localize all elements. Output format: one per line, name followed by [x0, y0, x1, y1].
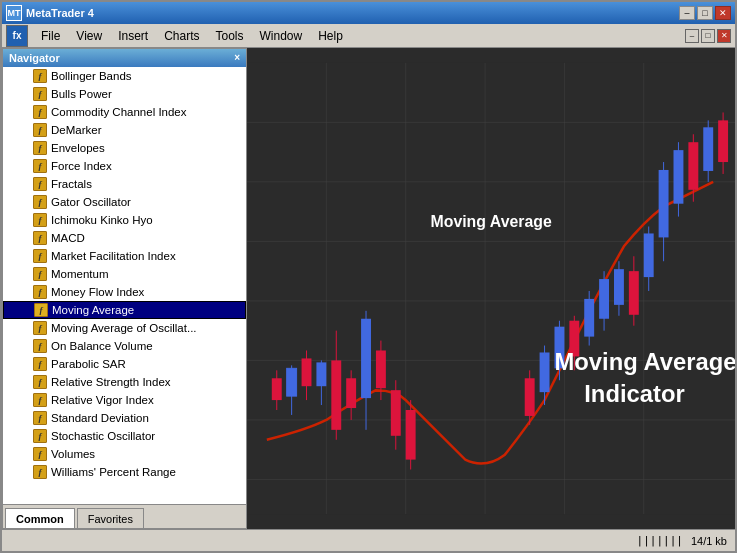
- minimize-button[interactable]: –: [679, 6, 695, 20]
- nav-item-bulls-power[interactable]: fBulls Power: [3, 85, 246, 103]
- indicator-list[interactable]: fBollinger BandsfBulls PowerfCommodity C…: [3, 67, 246, 504]
- indicator-icon: f: [33, 339, 47, 353]
- close-button[interactable]: ✕: [715, 6, 731, 20]
- nav-item-volumes[interactable]: fVolumes: [3, 445, 246, 463]
- indicator-label: Bollinger Bands: [51, 70, 132, 82]
- menu-view[interactable]: View: [69, 26, 109, 46]
- svg-rect-56: [688, 142, 698, 190]
- nav-item-relative-vigor-index[interactable]: fRelative Vigor Index: [3, 391, 246, 409]
- indicator-label: Commodity Channel Index: [51, 106, 187, 118]
- indicator-icon: f: [33, 213, 47, 227]
- nav-item-moving-average-of-oscillat...[interactable]: fMoving Average of Oscillat...: [3, 319, 246, 337]
- indicator-icon: f: [33, 123, 47, 137]
- nav-item-macd[interactable]: fMACD: [3, 229, 246, 247]
- indicator-label: Force Index: [51, 160, 112, 172]
- indicator-label: Moving Average: [52, 304, 134, 316]
- nav-item-fractals[interactable]: fFractals: [3, 175, 246, 193]
- svg-rect-48: [629, 271, 639, 315]
- indicator-icon: f: [33, 249, 47, 263]
- navigator-label: Navigator: [9, 52, 60, 64]
- indicator-icon: f: [33, 231, 47, 245]
- nav-item-bollinger-bands[interactable]: fBollinger Bands: [3, 67, 246, 85]
- indicator-label: DeMarker: [51, 124, 101, 136]
- nav-item-envelopes[interactable]: fEnvelopes: [3, 139, 246, 157]
- svg-rect-22: [331, 360, 341, 429]
- app-icon: MT: [6, 5, 22, 21]
- indicator-label: On Balance Volume: [51, 340, 153, 352]
- menu-insert[interactable]: Insert: [111, 26, 155, 46]
- svg-rect-20: [316, 362, 326, 386]
- svg-rect-28: [376, 350, 386, 388]
- inner-close[interactable]: ✕: [717, 29, 731, 43]
- main-window: MT MetaTrader 4 – □ ✕ fx File View Inser…: [0, 0, 737, 553]
- indicator-icon: f: [33, 321, 47, 335]
- svg-rect-32: [406, 410, 416, 460]
- nav-item-parabolic-sar[interactable]: fParabolic SAR: [3, 355, 246, 373]
- title-bar-controls: – □ ✕: [679, 6, 731, 20]
- svg-rect-50: [644, 233, 654, 277]
- inner-window-controls: – □ ✕: [685, 29, 731, 43]
- navigator-close-button[interactable]: ×: [234, 53, 240, 63]
- chart-label-moving-average: Moving Average: [430, 213, 552, 230]
- indicator-label: Relative Vigor Index: [51, 394, 154, 406]
- svg-rect-14: [272, 378, 282, 400]
- chart-area[interactable]: Moving Average Moving Average Indicator: [247, 48, 735, 529]
- svg-rect-26: [361, 319, 371, 398]
- tab-favorites[interactable]: Favorites: [77, 508, 144, 528]
- nav-item-money-flow-index[interactable]: fMoney Flow Index: [3, 283, 246, 301]
- status-size: 14/1 kb: [691, 535, 727, 547]
- navigator-panel: Navigator × fBollinger BandsfBulls Power…: [2, 48, 247, 529]
- indicator-label: Envelopes: [51, 142, 105, 154]
- menu-file[interactable]: File: [34, 26, 67, 46]
- window-title: MetaTrader 4: [26, 7, 94, 19]
- indicator-icon: f: [33, 141, 47, 155]
- chart-svg: Moving Average Moving Average Indicator: [247, 48, 735, 529]
- svg-rect-0: [247, 63, 735, 514]
- title-bar-left: MT MetaTrader 4: [6, 5, 94, 21]
- nav-item-ichimoku-kinko-hyo[interactable]: fIchimoku Kinko Hyo: [3, 211, 246, 229]
- navigator-content: fBollinger BandsfBulls PowerfCommodity C…: [3, 67, 246, 528]
- indicator-label: Moving Average of Oscillat...: [51, 322, 197, 334]
- indicator-label: Parabolic SAR: [51, 358, 126, 370]
- menu-help[interactable]: Help: [311, 26, 350, 46]
- nav-item-commodity-channel-index[interactable]: fCommodity Channel Index: [3, 103, 246, 121]
- svg-rect-58: [703, 127, 713, 171]
- app-logo: fx: [6, 25, 28, 47]
- nav-item-demarker[interactable]: fDeMarker: [3, 121, 246, 139]
- inner-minimize[interactable]: –: [685, 29, 699, 43]
- nav-item-force-index[interactable]: fForce Index: [3, 157, 246, 175]
- nav-item-standard-deviation[interactable]: fStandard Deviation: [3, 409, 246, 427]
- chart-label-main-2: Indicator: [584, 380, 684, 407]
- nav-item-momentum[interactable]: fMomentum: [3, 265, 246, 283]
- nav-item-moving-average[interactable]: fMoving Average: [3, 301, 246, 319]
- indicator-label: Standard Deviation: [51, 412, 149, 424]
- indicator-icon: f: [33, 429, 47, 443]
- status-bar: ||||||| 14/1 kb: [2, 529, 735, 551]
- svg-rect-24: [346, 378, 356, 408]
- menu-charts[interactable]: Charts: [157, 26, 206, 46]
- maximize-button[interactable]: □: [697, 6, 713, 20]
- nav-item-williams'-percent-range[interactable]: fWilliams' Percent Range: [3, 463, 246, 481]
- indicator-icon: f: [33, 375, 47, 389]
- nav-item-relative-strength-index[interactable]: fRelative Strength Index: [3, 373, 246, 391]
- menu-tools[interactable]: Tools: [209, 26, 251, 46]
- indicator-label: Williams' Percent Range: [51, 466, 176, 478]
- svg-rect-34: [525, 378, 535, 416]
- tab-common[interactable]: Common: [5, 508, 75, 528]
- svg-rect-52: [659, 170, 669, 237]
- svg-rect-18: [302, 358, 312, 386]
- main-area: Navigator × fBollinger BandsfBulls Power…: [2, 48, 735, 529]
- svg-rect-60: [718, 120, 728, 162]
- indicator-label: Volumes: [51, 448, 95, 460]
- nav-item-market-facilitation-index[interactable]: fMarket Facilitation Index: [3, 247, 246, 265]
- menu-window[interactable]: Window: [253, 26, 310, 46]
- nav-item-gator-oscillator[interactable]: fGator Oscillator: [3, 193, 246, 211]
- svg-rect-30: [391, 390, 401, 436]
- nav-item-stochastic-oscillator[interactable]: fStochastic Oscillator: [3, 427, 246, 445]
- inner-maximize[interactable]: □: [701, 29, 715, 43]
- indicator-icon: f: [33, 465, 47, 479]
- nav-item-on-balance-volume[interactable]: fOn Balance Volume: [3, 337, 246, 355]
- indicator-icon: f: [33, 447, 47, 461]
- indicator-label: Ichimoku Kinko Hyo: [51, 214, 153, 226]
- title-bar: MT MetaTrader 4 – □ ✕: [2, 2, 735, 24]
